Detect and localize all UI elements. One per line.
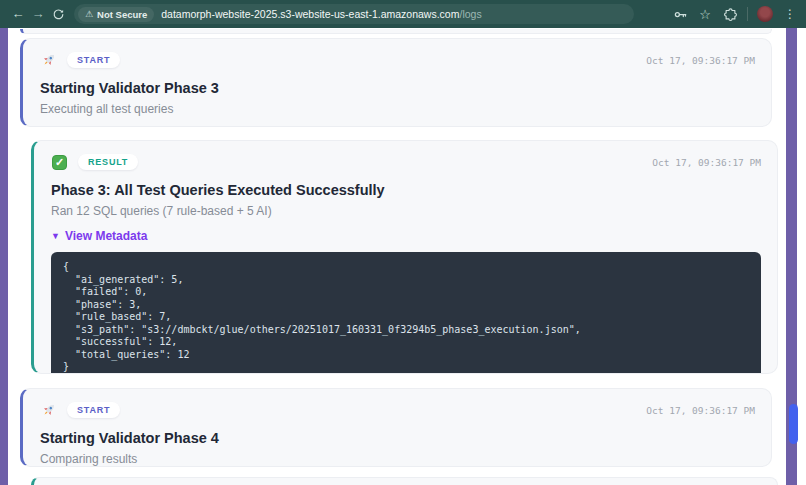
- log-card-header: ✓ RESULT Oct 17, 09:36:17 PM: [51, 153, 761, 171]
- rocket-icon: [40, 402, 57, 419]
- log-subtitle: Comparing results: [40, 452, 755, 466]
- browser-window: ← → ⚠ Not Secure datamorph-website-2025.…: [0, 0, 806, 485]
- status-badge: START: [67, 402, 120, 418]
- browser-toolbar: ← → ⚠ Not Secure datamorph-website-2025.…: [0, 0, 806, 28]
- log-card-header: START Oct 17, 09:36:17 PM: [40, 401, 755, 419]
- metadata-json-block: { "ai_generated": 5, "failed": 0, "phase…: [51, 252, 761, 374]
- reload-icon[interactable]: [48, 8, 68, 21]
- log-title: Starting Validator Phase 3: [40, 80, 755, 96]
- not-secure-label: Not Secure: [97, 9, 147, 20]
- browser-menu-icon[interactable]: ⋮: [782, 6, 798, 22]
- bookmark-star-icon[interactable]: ☆: [697, 6, 713, 22]
- toolbar-right-icons: ☆ ⋮: [672, 6, 798, 22]
- warning-icon: ⚠: [85, 9, 93, 19]
- collapse-triangle-icon: ▼: [51, 231, 60, 241]
- logs-page: START Oct 17, 09:36:17 PM Starting Valid…: [0, 28, 806, 485]
- log-timestamp: Oct 17, 09:36:17 PM: [652, 157, 761, 168]
- status-badge: RESULT: [78, 154, 138, 170]
- log-card-partial-bottom: [31, 477, 778, 485]
- log-card-result-phase3: ✓ RESULT Oct 17, 09:36:17 PM Phase 3: Al…: [31, 140, 778, 374]
- view-metadata-toggle[interactable]: ▼ View Metadata: [51, 229, 761, 243]
- log-timestamp: Oct 17, 09:36:17 PM: [646, 55, 755, 66]
- log-subtitle: Executing all test queries: [40, 102, 755, 116]
- extensions-icon[interactable]: [722, 6, 738, 22]
- url-bar[interactable]: ⚠ Not Secure datamorph-website-2025.s3-w…: [74, 4, 634, 24]
- url-host: datamorph-website-2025.s3-website-us-eas…: [161, 8, 459, 20]
- url-text: datamorph-website-2025.s3-website-us-eas…: [161, 8, 481, 20]
- back-icon[interactable]: ←: [8, 0, 28, 28]
- log-title: Starting Validator Phase 4: [40, 430, 755, 446]
- log-card-start-phase4: START Oct 17, 09:36:17 PM Starting Valid…: [20, 388, 772, 467]
- log-card-header: START Oct 17, 09:36:17 PM: [40, 51, 755, 69]
- page-left-accent: [0, 28, 8, 485]
- password-key-icon[interactable]: [672, 6, 688, 22]
- log-card-start-phase3: START Oct 17, 09:36:17 PM Starting Valid…: [20, 38, 772, 127]
- view-metadata-label: View Metadata: [65, 229, 147, 243]
- not-secure-badge[interactable]: ⚠ Not Secure: [78, 7, 154, 22]
- scrollbar-thumb[interactable]: [789, 404, 798, 444]
- check-icon: ✓: [51, 154, 68, 171]
- toolbar-divider: [747, 7, 748, 21]
- profile-avatar[interactable]: [757, 6, 773, 22]
- rocket-icon: [40, 52, 57, 69]
- log-title: Phase 3: All Test Queries Executed Succe…: [51, 182, 761, 198]
- log-timestamp: Oct 17, 09:36:17 PM: [646, 405, 755, 416]
- log-subtitle: Ran 12 SQL queries (7 rule-based + 5 AI): [51, 204, 761, 218]
- status-badge: START: [67, 52, 120, 68]
- log-card-partial-top: [20, 29, 772, 34]
- url-path: /logs: [459, 8, 481, 20]
- forward-icon[interactable]: →: [28, 0, 48, 28]
